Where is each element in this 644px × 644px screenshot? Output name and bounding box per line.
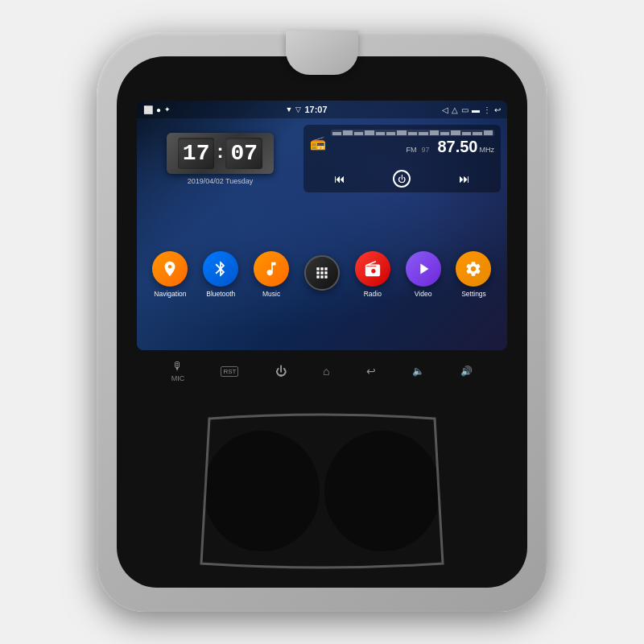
freq-tick-14 — [473, 132, 481, 135]
power-control[interactable]: ⏻ — [275, 365, 287, 378]
radio-prev-button[interactable]: ⏮ — [334, 172, 345, 185]
app-item-music[interactable]: Music — [254, 251, 289, 298]
clock-minutes: 07 — [225, 138, 262, 169]
radio-preset: 97 — [421, 146, 429, 154]
dot-icon: ● — [156, 105, 161, 114]
vol-down-control[interactable]: 🔈 — [412, 365, 424, 377]
mic-label: MIC — [171, 374, 185, 382]
screen-content: 17 : 07 2019/04/02 Tuesday 📻 — [137, 118, 507, 350]
radio-icon-circle — [355, 251, 390, 287]
clock-display: 17 : 07 — [167, 133, 274, 174]
app-item-radio[interactable]: Radio — [355, 251, 390, 298]
navigation-icon-circle — [152, 251, 188, 287]
hardware-controls: 🎙 MIC RST ⏻ ⌂ ↩ 🔈 🔊 — [137, 357, 507, 386]
clock-date: 2019/04/02 Tuesday — [188, 177, 254, 185]
home-ctrl-icon: ⌂ — [323, 365, 329, 378]
back-ctrl-icon: ↩ — [366, 365, 376, 378]
app-item-apps[interactable] — [304, 255, 340, 294]
fm-label: FM — [406, 146, 416, 154]
vol-up-control[interactable]: 🔊 — [460, 365, 473, 377]
freq-tick-5 — [376, 132, 385, 135]
vol-down-icon: 🔈 — [412, 365, 424, 377]
freq-tick-12 — [451, 130, 460, 135]
car-stereo-unit: ⬜ ● ✦ ▼ ▽ 17:07 ◁ △ ▭ ▬ ⋮ ↩ — [97, 32, 547, 612]
svg-point-1 — [204, 431, 320, 551]
frequency-bar — [331, 130, 494, 136]
music-label: Music — [262, 290, 280, 298]
bt-status-icon: ✦ — [164, 105, 171, 114]
freq-tick-8 — [408, 132, 417, 135]
apps-icon-circle — [304, 255, 340, 291]
freq-tick-2 — [343, 130, 352, 135]
freq-tick-7 — [397, 130, 406, 135]
wifi-icon: ▽ — [295, 105, 301, 114]
freq-tick-9 — [419, 132, 427, 136]
home-icon: ⬜ — [143, 105, 153, 114]
mhz-label: MHz — [480, 146, 495, 154]
clock-hours: 17 — [178, 138, 215, 169]
freq-tick-15 — [484, 130, 493, 135]
status-left-icons: ⬜ ● ✦ — [143, 105, 171, 114]
clock-colon: : — [217, 140, 223, 163]
freq-tick-13 — [462, 132, 471, 136]
video-icon-circle — [406, 251, 441, 287]
menu-icon: ⋮ — [483, 105, 491, 114]
radio-freq-display: FM 97 87.50 MHz — [331, 130, 494, 156]
freq-tick-10 — [430, 130, 439, 135]
music-icon-circle — [254, 251, 289, 287]
status-bar: ⬜ ● ✦ ▼ ▽ 17:07 ◁ △ ▭ ▬ ⋮ ↩ — [137, 101, 507, 118]
svg-point-2 — [324, 431, 440, 551]
radio-station-icon: 📻 — [310, 135, 326, 151]
back-control[interactable]: ↩ — [366, 365, 376, 378]
freq-tick-4 — [365, 130, 374, 135]
power-icon: ⏻ — [398, 175, 406, 184]
radio-controls: ⏮ ⏻ ⏭ — [310, 170, 494, 188]
radio-power-button[interactable]: ⏻ — [393, 170, 411, 188]
power-ctrl-icon: ⏻ — [275, 365, 287, 378]
radio-next-button[interactable]: ⏭ — [459, 172, 470, 185]
bluetooth-icon-circle — [203, 251, 238, 287]
home-control[interactable]: ⌂ — [323, 365, 329, 378]
up-icon: △ — [452, 105, 458, 114]
app-item-navigation[interactable]: Navigation — [152, 251, 188, 298]
video-label: Video — [415, 290, 432, 298]
screen-icon: ▭ — [461, 105, 469, 114]
battery-icon: ▬ — [472, 105, 480, 114]
clock-widget: 17 : 07 2019/04/02 Tuesday — [143, 125, 297, 192]
radio-label: Radio — [364, 290, 382, 298]
freq-tick-3 — [354, 132, 363, 136]
navigation-label: Navigation — [154, 290, 186, 298]
mic-icon: 🎙 — [172, 360, 184, 373]
device-inner: ⬜ ● ✦ ▼ ▽ 17:07 ◁ △ ▭ ▬ ⋮ ↩ — [117, 56, 527, 588]
status-right-icons: ◁ △ ▭ ▬ ⋮ ↩ — [442, 105, 501, 114]
app-item-bluetooth[interactable]: Bluetooth — [203, 251, 238, 298]
vol-up-icon: 🔊 — [460, 365, 473, 377]
app-item-video[interactable]: Video — [406, 251, 441, 298]
freq-tick-1 — [332, 132, 341, 135]
freq-tick-11 — [440, 132, 449, 135]
mic-control: 🎙 MIC — [171, 360, 185, 382]
rst-control[interactable]: RST — [221, 366, 238, 377]
radio-top: 📻 — [310, 130, 494, 156]
app-grid: Navigation Bluetooth — [137, 199, 507, 350]
location-icon: ▼ — [285, 105, 292, 114]
top-widgets: 17 : 07 2019/04/02 Tuesday 📻 — [137, 118, 507, 199]
back-icon: ◁ — [442, 105, 448, 114]
radio-widget: 📻 — [303, 125, 501, 192]
settings-icon-circle — [456, 251, 491, 287]
app-item-settings[interactable]: Settings — [456, 251, 491, 298]
rst-icon: RST — [221, 366, 238, 377]
status-center: ▼ ▽ 17:07 — [171, 105, 442, 114]
radio-frequency: FM 97 87.50 MHz — [406, 138, 494, 156]
return-icon: ↩ — [494, 105, 501, 114]
freq-number: 87.50 — [437, 138, 477, 156]
main-screen: ⬜ ● ✦ ▼ ▽ 17:07 ◁ △ ▭ ▬ ⋮ ↩ — [137, 101, 507, 350]
bottom-cutout — [193, 411, 451, 572]
freq-tick-6 — [386, 132, 395, 136]
bluetooth-label: Bluetooth — [206, 290, 235, 298]
settings-label: Settings — [461, 290, 486, 298]
status-time: 17:07 — [304, 105, 327, 114]
top-handle — [286, 31, 358, 75]
